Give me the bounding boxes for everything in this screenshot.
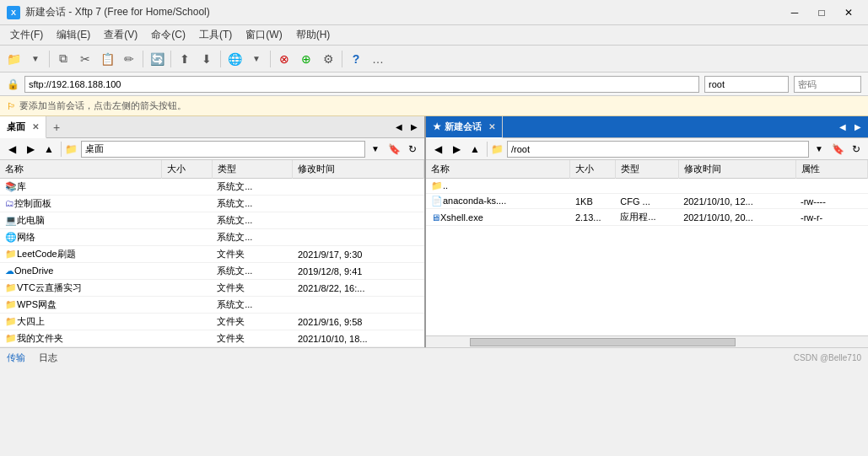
toolbar-rename-btn[interactable]: ✏ — [119, 49, 139, 69]
transfer-label[interactable]: 传输 — [7, 351, 25, 364]
onedrive-icon: ☁ — [5, 266, 14, 276]
left-col-size[interactable]: 大小 — [161, 160, 212, 179]
menu-edit[interactable]: 编辑(E) — [50, 26, 97, 44]
table-row[interactable]: 📚库 系统文... — [0, 179, 424, 196]
table-row[interactable]: 📁大四上 文件夹 2021/9/16, 9:58 — [0, 314, 424, 330]
left-file-list-container[interactable]: 名称 大小 类型 修改时间 📚库 系统文... 🗂控制面板 — [0, 160, 424, 347]
left-file-modified — [293, 196, 424, 212]
toolbar-more-btn[interactable]: … — [368, 49, 388, 69]
table-row[interactable]: 📄anaconda-ks.... 1KB CFG ... 2021/10/10,… — [426, 194, 868, 209]
left-col-type[interactable]: 类型 — [212, 160, 293, 179]
toolbar-sync-btn[interactable]: 🔄 — [147, 49, 167, 69]
menu-window[interactable]: 窗口(W) — [239, 26, 288, 44]
left-path-input[interactable] — [81, 141, 365, 158]
left-file-modified — [293, 297, 424, 314]
menu-command[interactable]: 命令(C) — [144, 26, 192, 44]
left-tab-nav-right[interactable]: ▶ — [407, 121, 421, 134]
table-row[interactable]: 📁LeetCode刷题 文件夹 2021/9/17, 9:30 — [0, 246, 424, 263]
info-bar: 🏳 要添加当前会话，点击左侧的箭头按钮。 — [0, 96, 868, 116]
left-bookmark-btn[interactable]: 🔖 — [385, 141, 402, 158]
left-path-bar: ◀ ▶ ▲ 📁 ▼ 🔖 ↻ — [0, 138, 424, 160]
toolbar-copy-btn[interactable]: ⧉ — [53, 49, 73, 69]
toolbar-help-btn[interactable]: ? — [346, 49, 366, 69]
right-tab-new-session[interactable]: ★ 新建会话 ✕ — [426, 116, 503, 138]
table-row[interactable]: 🖥Xshell.exe 2.13... 应用程... 2021/10/10, 2… — [426, 209, 868, 226]
right-file-list-container[interactable]: 名称 大小 类型 修改时间 属性 📁.. — [426, 160, 868, 335]
table-row[interactable]: 📁.. — [426, 179, 868, 194]
left-file-name: 🌐网络 — [0, 229, 161, 246]
window-title: 新建会话 - Xftp 7 (Free for Home/School) — [25, 5, 782, 19]
address-bar: 🔒 — [0, 72, 868, 96]
right-refresh-btn[interactable]: ↻ — [848, 141, 865, 158]
right-h-scrollbar-thumb[interactable] — [470, 338, 735, 346]
left-tab-close[interactable]: ✕ — [32, 122, 39, 131]
close-button[interactable]: ✕ — [836, 4, 861, 21]
left-tab-add[interactable]: + — [46, 116, 67, 137]
right-col-name[interactable]: 名称 — [426, 160, 570, 179]
password-input[interactable] — [794, 76, 861, 93]
menu-tools[interactable]: 工具(T) — [192, 26, 239, 44]
right-tab-nav-right[interactable]: ▶ — [851, 121, 865, 134]
table-row[interactable]: 📁我的文件夹 文件夹 2021/10/10, 18... — [0, 330, 424, 347]
table-row[interactable]: 🌐网络 系统文... — [0, 229, 424, 246]
table-row[interactable]: 🗂控制面板 系统文... — [0, 196, 424, 212]
left-tab-label: 桌面 — [7, 121, 25, 133]
right-col-type[interactable]: 类型 — [615, 160, 678, 179]
right-up-btn[interactable]: ▲ — [466, 141, 483, 158]
right-forward-btn[interactable]: ▶ — [448, 141, 465, 158]
toolbar-globe-btn[interactable]: 🌐 — [224, 49, 245, 69]
toolbar-dropdown-btn[interactable]: ▼ — [25, 49, 46, 69]
toolbar-sep-2 — [143, 51, 143, 67]
cfg-file-icon: 📄 — [431, 196, 443, 206]
left-file-size — [161, 297, 212, 314]
toolbar-paste-btn[interactable]: 📋 — [97, 49, 117, 69]
right-file-list-header: 名称 大小 类型 修改时间 属性 — [426, 160, 868, 179]
menu-bar: 文件(F) 编辑(E) 查看(V) 命令(C) 工具(T) 窗口(W) 帮助(H… — [0, 25, 868, 46]
right-tab-close[interactable]: ✕ — [488, 122, 495, 131]
right-col-attr[interactable]: 属性 — [795, 160, 868, 179]
toolbar-sep-3 — [170, 51, 171, 67]
right-file-name: 📄anaconda-ks.... — [426, 194, 570, 209]
log-label[interactable]: 日志 — [39, 351, 57, 364]
minimize-button[interactable]: ─ — [782, 4, 807, 21]
left-path-dropdown[interactable]: ▼ — [367, 141, 384, 158]
address-input[interactable] — [24, 76, 699, 93]
table-row[interactable]: 📁VTC云直播实习 文件夹 2021/8/22, 16:... — [0, 280, 424, 297]
toolbar-cut-btn[interactable]: ✂ — [75, 49, 95, 69]
menu-help[interactable]: 帮助(H) — [289, 26, 337, 44]
right-path-sep — [487, 142, 488, 157]
right-path-dropdown[interactable]: ▼ — [811, 141, 828, 158]
maximize-button[interactable]: □ — [809, 4, 834, 21]
toolbar-settings-btn[interactable]: ⚙ — [318, 49, 338, 69]
left-col-name[interactable]: 名称 — [0, 160, 161, 179]
left-col-modified[interactable]: 修改时间 — [293, 160, 424, 179]
toolbar-globe-dropdown[interactable]: ▼ — [246, 49, 267, 69]
toolbar-red-btn[interactable]: ⊗ — [274, 49, 294, 69]
username-input[interactable] — [704, 76, 789, 93]
menu-view[interactable]: 查看(V) — [97, 26, 144, 44]
toolbar-upload-btn[interactable]: ⬆ — [175, 49, 195, 69]
right-tab-nav-left[interactable]: ◀ — [836, 121, 849, 134]
left-back-btn[interactable]: ◀ — [3, 141, 20, 158]
right-back-btn[interactable]: ◀ — [429, 141, 446, 158]
left-refresh-btn[interactable]: ↻ — [404, 141, 421, 158]
left-file-modified — [293, 179, 424, 196]
menu-file[interactable]: 文件(F) — [3, 26, 50, 44]
table-row[interactable]: 📁WPS网盘 系统文... — [0, 297, 424, 314]
toolbar-download-btn[interactable]: ⬇ — [197, 49, 217, 69]
left-tab-nav-left[interactable]: ◀ — [392, 121, 406, 134]
left-up-btn[interactable]: ▲ — [40, 141, 57, 158]
left-tab-desktop[interactable]: 桌面 ✕ — [0, 116, 46, 138]
table-row[interactable]: 💻此电脑 系统文... — [0, 212, 424, 229]
toolbar-open-btn[interactable]: 📁 — [3, 49, 24, 69]
left-file-modified: 2019/12/8, 9:41 — [293, 263, 424, 280]
right-h-scrollbar[interactable] — [426, 335, 868, 347]
left-forward-btn[interactable]: ▶ — [22, 141, 39, 158]
right-tab-nav: ◀ ▶ — [836, 116, 868, 137]
right-col-modified[interactable]: 修改时间 — [678, 160, 795, 179]
table-row[interactable]: ☁OneDrive 系统文... 2019/12/8, 9:41 — [0, 263, 424, 280]
right-col-size[interactable]: 大小 — [570, 160, 615, 179]
right-bookmark-btn[interactable]: 🔖 — [829, 141, 846, 158]
right-path-input[interactable] — [507, 141, 809, 158]
toolbar-green-btn[interactable]: ⊕ — [296, 49, 316, 69]
